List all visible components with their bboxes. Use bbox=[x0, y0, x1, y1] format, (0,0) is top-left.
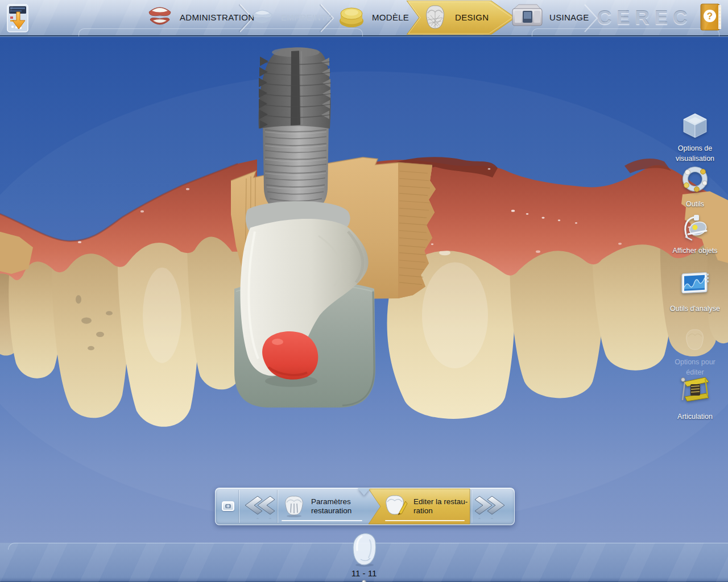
tooth-number-label: 11 - 11 bbox=[339, 568, 389, 578]
toolbar-pointer-notch bbox=[358, 488, 370, 496]
tool-label: Outils bbox=[686, 200, 704, 208]
minimize-glyph bbox=[225, 504, 231, 508]
previous-step-button[interactable] bbox=[239, 492, 277, 521]
next-step-button[interactable] bbox=[473, 492, 510, 521]
step-parametres-restauration[interactable]: Paramètres restauration bbox=[278, 488, 368, 525]
cube-icon bbox=[667, 111, 723, 141]
indicator-dot bbox=[362, 580, 366, 582]
tool-label: Afficher objets bbox=[673, 247, 718, 255]
workflow-header: ADMINISTRATION EMPREINTE bbox=[0, 0, 728, 36]
case-panel-icon-svg bbox=[5, 2, 34, 35]
sidebar-item-display-objects[interactable]: Afficher objets bbox=[667, 213, 723, 255]
edit-options-icon bbox=[667, 325, 723, 355]
scene-3d bbox=[0, 36, 728, 543]
tooth-parameters-icon bbox=[282, 493, 307, 519]
tool-label: Outils d'analyse bbox=[670, 305, 720, 313]
sidebar-item-articulation[interactable]: Articulation bbox=[667, 374, 723, 421]
step-label: EMPREINTE bbox=[281, 13, 332, 22]
lamp-icon bbox=[667, 213, 723, 243]
milling-machine-icon bbox=[511, 3, 544, 31]
toolbar-separator bbox=[238, 490, 239, 523]
cerec-application-window: ADMINISTRATION EMPREINTE bbox=[0, 0, 728, 582]
case-panel-icon[interactable] bbox=[5, 2, 34, 37]
step-label: ADMINISTRATION bbox=[180, 13, 254, 22]
tool-ring-icon bbox=[667, 165, 723, 197]
step-label: Editer la restau-ration bbox=[413, 497, 470, 516]
tool-label: Articulation bbox=[677, 413, 713, 421]
double-chevron-right-icon bbox=[474, 494, 509, 519]
toolbar-separator bbox=[277, 490, 278, 523]
dentures-icon bbox=[146, 2, 174, 32]
step-label: Paramètres restauration bbox=[311, 497, 368, 516]
implant-screw bbox=[259, 48, 331, 214]
analysis-monitor-icon bbox=[667, 271, 723, 301]
step-underline bbox=[282, 520, 362, 521]
step-underline bbox=[385, 520, 465, 521]
workflow-step-modele[interactable]: MODÈLE bbox=[337, 0, 409, 34]
stone-model-icon bbox=[337, 2, 366, 32]
minimize-panel-icon[interactable] bbox=[222, 501, 234, 511]
tool-label: Options de visualisation bbox=[676, 144, 714, 163]
double-chevron-left-icon bbox=[241, 494, 276, 519]
sidebar-item-edit-options: Options pour éditer bbox=[667, 325, 723, 377]
impression-icon bbox=[249, 3, 275, 31]
toolbar-separator bbox=[471, 490, 471, 523]
sidebar-item-tools[interactable]: Outils bbox=[667, 165, 723, 209]
svg-text:?: ? bbox=[707, 11, 713, 22]
step-editer-la-restauration[interactable]: Editer la restau-ration bbox=[368, 488, 470, 525]
tooth-position-indicator[interactable]: 11 - 11 bbox=[339, 532, 389, 582]
sidebar-item-analysis-tools[interactable]: Outils d'analyse bbox=[667, 271, 723, 313]
workflow-step-administration[interactable]: ADMINISTRATION bbox=[146, 0, 254, 34]
incisor-icon bbox=[349, 532, 379, 567]
workflow-step-empreinte: EMPREINTE bbox=[249, 0, 332, 34]
tooth-pencil-icon bbox=[383, 493, 409, 519]
crown-wireframe-icon bbox=[421, 2, 449, 32]
step-label: MODÈLE bbox=[372, 13, 409, 22]
cerec-logo: CEREC bbox=[597, 6, 693, 29]
step-label: DESIGN bbox=[455, 13, 489, 22]
sidebar-item-visualization-options[interactable]: Options de visualisation bbox=[667, 111, 723, 163]
help-book-icon[interactable]: ? bbox=[697, 2, 725, 36]
workflow-step-design[interactable]: DESIGN bbox=[421, 0, 489, 34]
workflow-step-usinage[interactable]: USINAGE bbox=[511, 0, 589, 34]
step-label: USINAGE bbox=[549, 13, 589, 22]
3d-viewport[interactable]: Options de visualisation Outils bbox=[0, 36, 728, 543]
articulator-icon bbox=[667, 374, 723, 409]
